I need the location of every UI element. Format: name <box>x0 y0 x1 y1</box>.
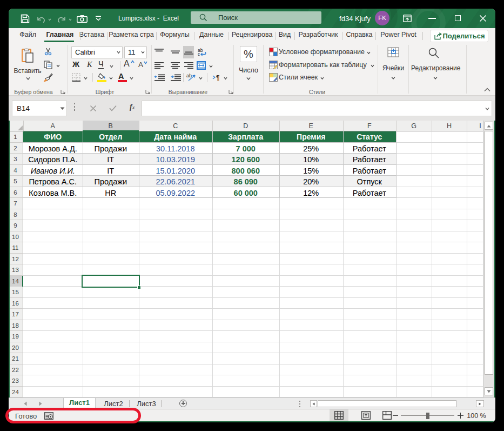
svg-text:¶: ¶ <box>216 74 219 81</box>
svg-text:ab: ab <box>186 73 192 78</box>
